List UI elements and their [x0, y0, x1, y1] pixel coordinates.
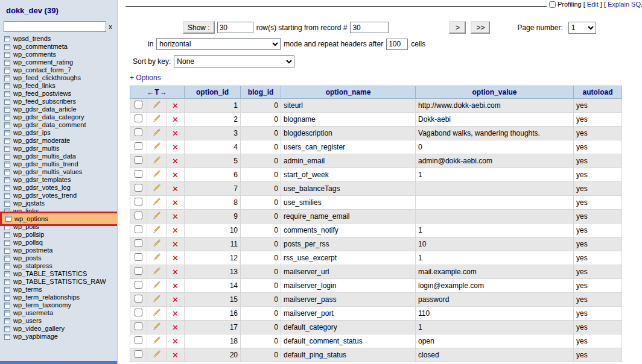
- edit-pencil-icon[interactable]: [153, 227, 160, 235]
- sidebar-table-item[interactable]: wp_options: [0, 212, 118, 226]
- sidebar-table-item[interactable]: wp_term_relationships: [0, 293, 117, 301]
- row-checkbox[interactable]: [135, 170, 142, 178]
- num-rows-input[interactable]: [217, 22, 253, 33]
- row-delete-cell[interactable]: ✕: [167, 224, 185, 237]
- check-all-arrows[interactable]: ←T→: [130, 86, 185, 99]
- sidebar-table-item[interactable]: wp_gdsr_data_article: [0, 105, 117, 113]
- edit-pencil-icon[interactable]: [153, 324, 160, 332]
- row-delete-cell[interactable]: ✕: [167, 140, 185, 154]
- sidebar-table-item[interactable]: wp_feed_postviews: [0, 90, 117, 98]
- edit-pencil-icon[interactable]: [153, 157, 160, 166]
- sidebar-table-item[interactable]: wp_users: [0, 317, 117, 325]
- row-edit-cell[interactable]: [147, 334, 167, 348]
- row-edit-cell[interactable]: [147, 196, 167, 210]
- sidebar-table-item[interactable]: wp_gdsr_data_comment: [0, 121, 117, 129]
- next-page-button[interactable]: >: [449, 21, 466, 34]
- sidebar-table-item[interactable]: wp_postmeta: [0, 246, 117, 254]
- row-edit-cell[interactable]: [147, 140, 167, 154]
- edit-pencil-icon[interactable]: [153, 213, 160, 221]
- delete-x-icon[interactable]: ✕: [172, 254, 179, 263]
- edit-pencil-icon[interactable]: [153, 240, 160, 249]
- sidebar-table-item[interactable]: wp_gdsr_votes_trend: [0, 192, 117, 199]
- sidebar-table-item[interactable]: wp_video_gallery: [0, 325, 117, 333]
- delete-x-icon[interactable]: ✕: [172, 115, 179, 124]
- edit-pencil-icon[interactable]: [153, 254, 160, 263]
- delete-x-icon[interactable]: ✕: [172, 129, 179, 138]
- delete-x-icon[interactable]: ✕: [172, 337, 179, 346]
- edit-pencil-icon[interactable]: [153, 171, 160, 180]
- repeat-cells-input[interactable]: [386, 39, 408, 50]
- profiling-checkbox[interactable]: [549, 1, 556, 8]
- row-checkbox[interactable]: [135, 309, 142, 316]
- sidebar-table-item[interactable]: wp_term_taxonomy: [0, 301, 117, 309]
- sidebar-table-item[interactable]: wp_gdsr_ips: [0, 129, 117, 137]
- page-number-select[interactable]: 1: [568, 22, 596, 34]
- row-checkbox[interactable]: [135, 101, 142, 108]
- row-edit-cell[interactable]: [147, 321, 167, 334]
- delete-x-icon[interactable]: ✕: [172, 295, 179, 304]
- sidebar-table-item[interactable]: wp_feed_links: [0, 82, 117, 90]
- row-edit-cell[interactable]: [147, 348, 167, 362]
- sidebar-table-item[interactable]: wp_terms: [0, 286, 117, 293]
- delete-x-icon[interactable]: ✕: [172, 212, 179, 221]
- sidebar-table-item[interactable]: wp_contact_form_7: [0, 66, 117, 74]
- delete-x-icon[interactable]: ✕: [172, 226, 179, 235]
- row-edit-cell[interactable]: [147, 265, 167, 279]
- row-delete-cell[interactable]: ✕: [167, 154, 185, 168]
- row-delete-cell[interactable]: ✕: [167, 265, 185, 279]
- edit-pencil-icon[interactable]: [153, 337, 160, 346]
- row-edit-cell[interactable]: [147, 113, 167, 127]
- explain-sql-link[interactable]: Explain SQ: [608, 1, 641, 8]
- row-delete-cell[interactable]: ✕: [167, 348, 185, 362]
- column-header-option-value[interactable]: option_value: [416, 86, 574, 99]
- sidebar-table-item[interactable]: wp_TABLE_STATISTICS_RAW: [0, 278, 117, 286]
- column-header-autoload[interactable]: autoload: [574, 86, 622, 99]
- row-checkbox[interactable]: [135, 225, 142, 233]
- sidebar-table-item[interactable]: wp_commentmeta: [0, 43, 117, 51]
- column-header-option-name[interactable]: option_name: [281, 86, 416, 99]
- row-checkbox[interactable]: [135, 239, 142, 247]
- sidebar-table-item[interactable]: wp_gdsr_data_category: [0, 113, 117, 121]
- sidebar-table-item[interactable]: wp_jqstats: [0, 199, 117, 207]
- sidebar-table-item[interactable]: wp_yapbimage: [0, 333, 117, 340]
- row-delete-cell[interactable]: ✕: [167, 127, 185, 140]
- row-edit-cell[interactable]: [147, 154, 167, 168]
- edit-pencil-icon[interactable]: [153, 199, 160, 207]
- row-checkbox[interactable]: [135, 322, 142, 330]
- sidebar-table-item[interactable]: wp_usermeta: [0, 309, 117, 317]
- column-header-option-id[interactable]: option_id: [185, 86, 241, 99]
- row-delete-cell[interactable]: ✕: [167, 307, 185, 321]
- delete-x-icon[interactable]: ✕: [172, 143, 179, 152]
- row-edit-cell[interactable]: [147, 293, 167, 307]
- row-edit-cell[interactable]: [147, 251, 167, 265]
- edit-pencil-icon[interactable]: [153, 102, 160, 110]
- delete-x-icon[interactable]: ✕: [172, 184, 179, 193]
- row-delete-cell[interactable]: ✕: [167, 168, 185, 182]
- sidebar-table-item[interactable]: wp_feed_clickthroughs: [0, 74, 117, 82]
- sidebar-table-item[interactable]: wp_pollsq: [0, 239, 117, 246]
- sidebar-table-item[interactable]: wp_gdsr_votes_log: [0, 184, 117, 192]
- row-delete-cell[interactable]: ✕: [167, 113, 185, 127]
- delete-x-icon[interactable]: ✕: [172, 309, 179, 318]
- row-checkbox[interactable]: [135, 253, 142, 261]
- last-page-button[interactable]: >>: [471, 21, 490, 34]
- sidebar-table-item[interactable]: wp_statpress: [0, 262, 117, 270]
- sidebar-table-item[interactable]: wp_gdsr_multis_values: [0, 168, 117, 176]
- row-edit-cell[interactable]: [147, 168, 167, 182]
- column-header-blog-id[interactable]: blog_id: [241, 86, 281, 99]
- edit-pencil-icon[interactable]: [153, 116, 160, 124]
- edit-pencil-icon[interactable]: [153, 143, 160, 152]
- delete-x-icon[interactable]: ✕: [172, 101, 179, 110]
- table-filter-input[interactable]: [4, 21, 106, 32]
- row-delete-cell[interactable]: ✕: [167, 251, 185, 265]
- delete-x-icon[interactable]: ✕: [172, 351, 179, 360]
- row-checkbox[interactable]: [135, 281, 142, 289]
- delete-x-icon[interactable]: ✕: [172, 157, 179, 166]
- sidebar-table-item[interactable]: wp_pollsip: [0, 231, 117, 239]
- row-checkbox[interactable]: [135, 336, 142, 344]
- row-edit-cell[interactable]: [147, 182, 167, 196]
- edit-pencil-icon[interactable]: [153, 268, 160, 277]
- row-checkbox[interactable]: [135, 198, 142, 206]
- row-delete-cell[interactable]: ✕: [167, 293, 185, 307]
- delete-x-icon[interactable]: ✕: [172, 198, 179, 207]
